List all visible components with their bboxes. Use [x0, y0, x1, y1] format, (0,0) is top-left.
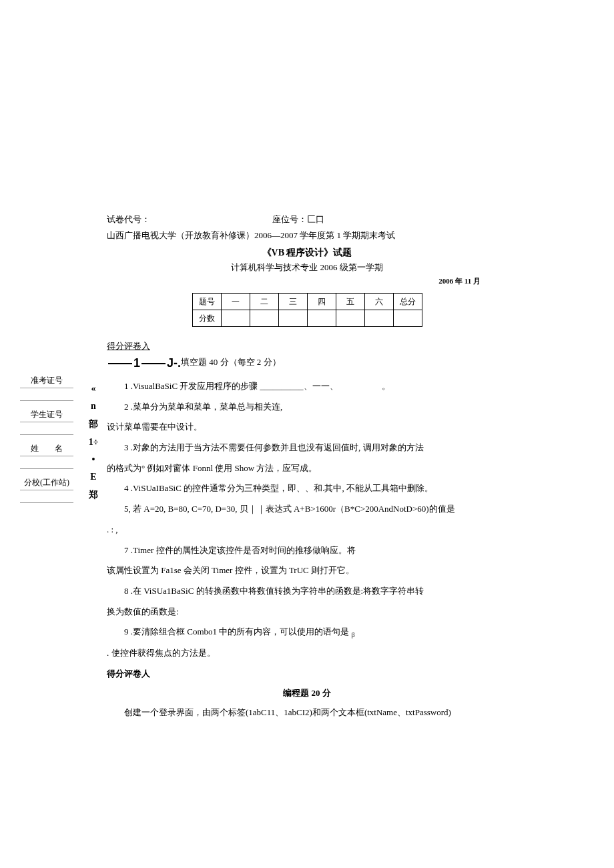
- score-table: 题号 一 二 三 四 五 六 总分 分数: [192, 293, 422, 327]
- dash-icon: [141, 363, 166, 364]
- course-title: 《VB 程序设计》试题: [107, 247, 507, 259]
- col-3: 三: [278, 294, 307, 310]
- score-cell: [336, 310, 364, 327]
- question-2: 2 .菜单分为菜单和菜单，菜单总与相关连,: [107, 399, 507, 416]
- vchar: 1÷: [83, 437, 103, 448]
- field-exam-id-blank: [20, 388, 73, 401]
- col-label: 题号: [192, 294, 221, 310]
- seat-number-label: 座位号：匚口: [272, 213, 324, 226]
- vchar: E: [83, 472, 103, 482]
- col-4: 四: [307, 294, 336, 310]
- col-5: 五: [336, 294, 364, 310]
- exam-date: 2006 年 11 月: [107, 276, 481, 286]
- col-1: 一: [221, 294, 250, 310]
- field-student-id-label: 学生证号: [20, 408, 73, 422]
- marker-line: 得分评卷入: [107, 340, 507, 352]
- score-cell: [364, 310, 393, 327]
- question-4: 4 .ViSUaIBaSiC 的控件通常分为三种类型，即、、和.其中, 不能从工…: [107, 480, 507, 497]
- exam-page: 试卷代号： 座位号：匚口 山西广播电视大学（开放教育补修课）2006—2007 …: [0, 0, 614, 792]
- programming-intro: 创建一个登录界面，由两个标签(1abC11、1abCI2)和两个文本框(txtN…: [107, 705, 507, 721]
- question-7: 7 .Timer 控件的属性决定该控件是否对时间的推移做响应。将: [107, 542, 507, 559]
- marker-2: 得分评卷人: [107, 666, 507, 683]
- score-cell: [278, 310, 307, 327]
- vchar: n: [83, 401, 103, 412]
- subtitle: 计算机科学与技术专业 2006 级第一学期: [107, 262, 507, 274]
- student-info-sidebar: 准考证号 学生证号 姓 名 分校(工作站): [20, 374, 73, 510]
- question-3: 3 .对象的方法用于当方法不需要任何参数并且也没有返回值时, 调用对象的方法: [107, 440, 507, 456]
- row-label: 分数: [192, 310, 221, 327]
- field-name-label: 姓 名: [20, 442, 73, 456]
- question-5b: . : ,: [107, 522, 507, 538]
- vertical-chars: « n 部 1÷ • E 郑: [83, 377, 103, 508]
- question-10: . 使控件获得焦点的方法是。: [107, 645, 507, 662]
- score-cell: [221, 310, 250, 327]
- sidebar-group: 分校(工作站): [20, 476, 73, 503]
- col-2: 二: [250, 294, 278, 310]
- question-9-text: 9 .要清除组合框 Combo1 中的所有内容，可以使用的语句是: [124, 626, 349, 636]
- score-table-score-row: 分数: [192, 310, 422, 327]
- section-1-label: 填空题 40 分（每空 2 分）: [181, 357, 281, 367]
- col-6: 六: [364, 294, 393, 310]
- vchar: 部: [83, 418, 103, 430]
- section-2-title: 编程题 20 分: [107, 687, 507, 699]
- sidebar-group: 准考证号: [20, 374, 73, 401]
- question-9-tail: β: [352, 631, 355, 638]
- field-branch-label: 分校(工作站): [20, 476, 73, 490]
- header-line-1: 试卷代号： 座位号：匚口: [107, 213, 507, 226]
- question-8b: 换为数值的函数是:: [107, 604, 507, 620]
- score-cell: [393, 310, 422, 327]
- seg-1: 1: [133, 356, 140, 370]
- section-1-heading: 1J-.填空题 40 分（每空 2 分）: [107, 356, 507, 370]
- seg-j: J-.: [167, 356, 181, 370]
- vchar: •: [83, 454, 103, 465]
- question-5: 5, 若 A=20, B=80, C=70, D=30, 贝｜｜表达式 A+B>…: [107, 501, 507, 518]
- question-8: 8 .在 ViSUa1BaSiC 的转换函数中将数值转换为字符串的函数是:将数字…: [107, 583, 507, 600]
- exam-code-label: 试卷代号：: [107, 214, 150, 224]
- score-cell: [307, 310, 336, 327]
- field-branch-blank: [20, 490, 73, 503]
- dash-icon: [108, 363, 132, 364]
- vchar: 郑: [83, 489, 103, 501]
- sidebar-group: 姓 名: [20, 442, 73, 469]
- field-exam-id-label: 准考证号: [20, 374, 73, 388]
- col-total: 总分: [393, 294, 422, 310]
- question-7b: 该属性设置为 Fa1se 会关闭 Timer 控件，设置为 TrUC 则打开它。: [107, 562, 507, 579]
- field-name-blank: [20, 456, 73, 469]
- field-student-id-blank: [20, 422, 73, 435]
- question-2b: 设计菜单需要在中设计。: [107, 419, 507, 436]
- vchar: «: [83, 384, 103, 394]
- question-1: 1 .VisualBaSiC 开发应用程序的步骤 __________、一一、 …: [107, 378, 507, 395]
- question-9: 9 .要清除组合框 Combo1 中的所有内容，可以使用的语句是 β: [107, 624, 507, 641]
- score-cell: [250, 310, 278, 327]
- score-table-header-row: 题号 一 二 三 四 五 六 总分: [192, 294, 422, 310]
- university-line: 山西广播电视大学（开放教育补修课）2006—2007 学年度第 1 学期期末考试: [107, 230, 507, 242]
- question-3b: 的格式为° 例如对窗体 Fonnl 使用 Show 方法，应写成。: [107, 460, 507, 477]
- sidebar-group: 学生证号: [20, 408, 73, 435]
